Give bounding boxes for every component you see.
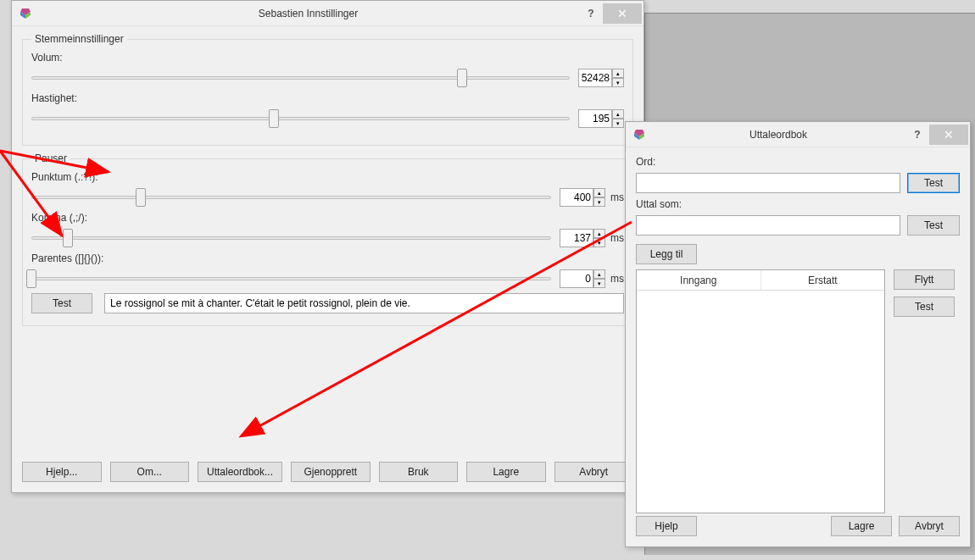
settings-title: Sebastien Innstillinger — [37, 8, 579, 19]
paren-unit: ms — [610, 273, 624, 285]
comma-slider[interactable] — [31, 229, 551, 247]
speed-up[interactable]: ▴ — [612, 109, 624, 119]
period-spin[interactable] — [560, 188, 593, 207]
apply-button[interactable]: Bruk — [379, 462, 459, 482]
volume-up[interactable]: ▴ — [612, 69, 624, 78]
pause-group: Pauser Punktum (.:?!): ▴ ▾ ms Komma (,;/… — [22, 152, 633, 326]
volume-label: Volum: — [31, 52, 624, 64]
speed-spin[interactable] — [578, 109, 612, 128]
volume-spin[interactable] — [578, 69, 612, 87]
app-icon — [19, 7, 32, 20]
period-down[interactable]: ▾ — [593, 197, 605, 207]
close-icon[interactable]: ✕ — [929, 125, 968, 145]
dict-help-button[interactable]: Hjelp — [636, 516, 697, 536]
about-button[interactable]: Om... — [110, 462, 190, 482]
dict-title: Uttaleordbok — [651, 129, 905, 141]
settings-dialog: Sebastien Innstillinger ? ✕ Stemmeinnsti… — [11, 0, 644, 493]
dict-dialog: Uttaleordbok ? ✕ Ord: Test Uttal som: Te… — [625, 121, 971, 547]
add-button[interactable]: Legg til — [636, 244, 697, 264]
grid-header: Inngang Erstatt — [637, 270, 884, 291]
pronounce-input[interactable] — [636, 215, 900, 236]
pause-legend: Pauser — [31, 152, 70, 164]
paren-label: Parentes ([]{}()): — [31, 252, 624, 264]
comma-spin[interactable] — [560, 229, 593, 247]
period-up[interactable]: ▴ — [593, 188, 605, 197]
volume-slider[interactable] — [31, 69, 570, 87]
settings-titlebar: Sebastien Innstillinger ? ✕ — [12, 1, 644, 26]
period-label: Punktum (.:?!): — [31, 171, 624, 183]
speed-thumb[interactable] — [269, 109, 279, 128]
paren-spin[interactable] — [560, 269, 593, 288]
speed-slider[interactable] — [31, 109, 570, 128]
comma-up[interactable]: ▴ — [593, 229, 605, 238]
col-replace[interactable]: Erstatt — [761, 270, 885, 290]
help-button[interactable]: Hjelp... — [22, 462, 102, 482]
comma-label: Komma (,;/): — [31, 212, 624, 224]
volume-down[interactable]: ▾ — [612, 78, 624, 87]
word-test-button[interactable]: Test — [907, 173, 960, 193]
col-in[interactable]: Inngang — [637, 270, 761, 290]
word-input[interactable] — [636, 173, 900, 193]
settings-button-row: Hjelp... Om... Uttaleordbok... Gjenoppre… — [22, 462, 633, 482]
comma-unit: ms — [610, 232, 624, 244]
speed-label: Hastighet: — [31, 92, 624, 104]
save-button[interactable]: Lagre — [466, 462, 546, 482]
paren-slider[interactable] — [31, 269, 551, 288]
dict-button[interactable]: Uttaleordbok... — [198, 462, 282, 482]
cancel-button[interactable]: Avbryt — [554, 462, 634, 482]
restore-button[interactable]: Gjenopprett — [291, 462, 370, 482]
help-icon[interactable]: ? — [905, 125, 929, 145]
voice-legend: Stemmeinnstillinger — [31, 33, 127, 45]
test-text-input[interactable] — [104, 293, 624, 313]
speed-down[interactable]: ▾ — [612, 119, 624, 128]
test-button[interactable]: Test — [31, 293, 92, 313]
comma-thumb[interactable] — [63, 229, 73, 247]
dict-cancel-button[interactable]: Avbryt — [899, 516, 960, 536]
move-button[interactable]: Flytt — [894, 269, 955, 290]
dict-save-button[interactable]: Lagre — [831, 516, 892, 536]
app-icon — [632, 128, 646, 141]
voice-group: Stemmeinnstillinger Volum: ▴ ▾ Hastighet… — [22, 33, 633, 146]
paren-up[interactable]: ▴ — [593, 269, 605, 279]
pronounce-label: Uttal som: — [636, 198, 960, 210]
grid-test-button[interactable]: Test — [894, 297, 955, 317]
paren-down[interactable]: ▾ — [593, 279, 605, 288]
help-icon[interactable]: ? — [579, 3, 603, 24]
period-unit: ms — [610, 191, 624, 203]
dict-titlebar: Uttaleordbok ? ✕ — [626, 122, 970, 147]
entries-grid[interactable]: Inngang Erstatt — [636, 269, 885, 513]
comma-down[interactable]: ▾ — [593, 238, 605, 247]
period-thumb[interactable] — [136, 188, 146, 207]
pronounce-test-button[interactable]: Test — [907, 215, 960, 236]
word-label: Ord: — [636, 156, 960, 168]
volume-thumb[interactable] — [457, 69, 467, 87]
close-icon[interactable]: ✕ — [603, 3, 642, 24]
paren-thumb[interactable] — [26, 269, 36, 288]
period-slider[interactable] — [31, 188, 551, 207]
